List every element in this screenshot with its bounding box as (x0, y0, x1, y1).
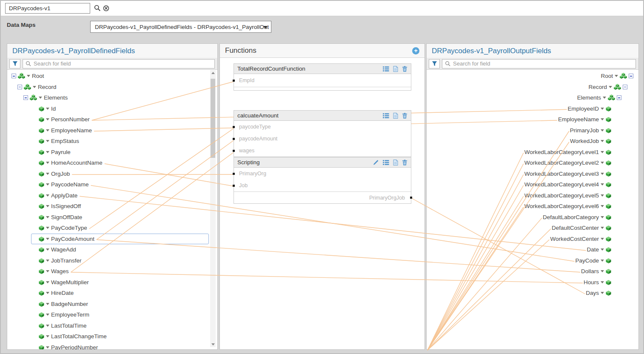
caret-down-icon[interactable] (601, 216, 604, 218)
tree-item-PayCodeAmount[interactable]: PayCodeAmount (7, 234, 217, 245)
delete-icon[interactable] (402, 113, 407, 119)
copy-icon[interactable] (393, 66, 398, 72)
tree-item-Date[interactable]: Date (427, 244, 638, 255)
caret-down-icon[interactable] (39, 97, 42, 99)
caret-down-icon[interactable] (46, 108, 49, 110)
input-port-EmpId[interactable]: EmpId (234, 74, 411, 87)
caret-down-icon[interactable] (601, 173, 604, 175)
tree-item-WorkedJob[interactable]: WorkedJob (427, 136, 638, 147)
edit-icon[interactable] (373, 160, 379, 165)
collapse-toggle-icon[interactable] (629, 74, 633, 78)
caret-down-icon[interactable] (46, 303, 49, 305)
collapse-toggle-icon[interactable] (17, 85, 22, 89)
caret-down-icon[interactable] (601, 183, 604, 186)
tree-item-WageAdd[interactable]: WageAdd (7, 244, 217, 255)
tree-item-HomeAccountName[interactable]: HomeAccountName (7, 157, 217, 168)
caret-down-icon[interactable] (601, 248, 604, 251)
filter-icon[interactable] (9, 59, 20, 69)
tree-item-LastTotalTime[interactable]: LastTotalTime (7, 320, 217, 331)
input-port-wages[interactable]: wages (234, 145, 411, 157)
caret-down-icon[interactable] (46, 248, 49, 251)
add-function-icon[interactable]: + (412, 47, 419, 54)
tree-item-Id[interactable]: Id (7, 103, 217, 114)
source-field-search-input[interactable] (34, 60, 212, 67)
tree-item-PayCodeType[interactable]: PayCodeType (7, 223, 217, 234)
caret-down-icon[interactable] (46, 194, 49, 197)
collapse-toggle-icon[interactable] (623, 85, 627, 89)
caret-down-icon[interactable] (46, 260, 49, 262)
tree-item-WorkedLaborCategoryLevel2[interactable]: WorkedLaborCategoryLevel2 (427, 157, 638, 168)
scroll-up-icon[interactable] (210, 70, 216, 76)
caret-down-icon[interactable] (46, 281, 49, 283)
list-icon[interactable] (383, 113, 389, 118)
tree-item-Record[interactable]: Record (427, 82, 638, 93)
search-icon[interactable] (94, 5, 101, 13)
caret-down-icon[interactable] (603, 97, 606, 99)
output-port-PrimaryOrgJob[interactable]: PrimaryOrgJob (234, 191, 411, 203)
caret-down-icon[interactable] (601, 140, 604, 142)
tree-item-WorkedLaborCategoryLevel1[interactable]: WorkedLaborCategoryLevel1 (427, 147, 638, 158)
scroll-down-icon[interactable] (210, 342, 216, 347)
list-icon[interactable] (383, 66, 389, 71)
caret-down-icon[interactable] (46, 140, 49, 142)
input-port-PrimaryOrg[interactable]: PrimaryOrg (234, 168, 411, 180)
tree-item-EmployeeTerm[interactable]: EmployeeTerm (7, 309, 217, 320)
caret-down-icon[interactable] (27, 75, 30, 77)
tree-item-WorkedLaborCategoryLevel3[interactable]: WorkedLaborCategoryLevel3 (427, 168, 638, 180)
copy-icon[interactable] (393, 160, 398, 166)
input-port-Job[interactable]: Job (234, 180, 411, 191)
tree-item-LastTotalChangeTime[interactable]: LastTotalChangeTime (7, 331, 217, 342)
caret-down-icon[interactable] (601, 129, 604, 131)
tree-item-Hours[interactable]: Hours (427, 277, 638, 288)
tree-item-Wages[interactable]: Wages (7, 266, 217, 277)
tree-item-PayPeriodNumber[interactable]: PayPeriodNumber (7, 342, 217, 350)
caret-down-icon[interactable] (46, 118, 49, 120)
caret-down-icon[interactable] (46, 335, 49, 337)
tree-item-EmpStatus[interactable]: EmpStatus (7, 136, 217, 147)
data-map-select[interactable]: DRPaycodes-v1_PayrollDefinedFields - DRP… (90, 21, 271, 33)
function-card-header[interactable]: TotalRecordCountFunction (234, 64, 411, 74)
clear-search-icon[interactable] (103, 5, 110, 14)
tree-item-DefaultLaborCategory[interactable]: DefaultLaborCategory (427, 212, 638, 223)
tree-item-EmployeeName[interactable]: EmployeeName (427, 114, 638, 125)
tree-item-Record[interactable]: Record (7, 82, 217, 93)
tree-item-OrgJob[interactable]: OrgJob (7, 168, 217, 180)
tree-item-JobTransfer[interactable]: JobTransfer (7, 255, 217, 266)
tree-item-BadgeNumber[interactable]: BadgeNumber (7, 299, 217, 310)
copy-icon[interactable] (393, 113, 398, 119)
caret-down-icon[interactable] (601, 227, 604, 229)
caret-down-icon[interactable] (46, 227, 49, 229)
filter-icon[interactable] (429, 59, 440, 69)
tree-item-ApplyDate[interactable]: ApplyDate (7, 190, 217, 201)
caret-down-icon[interactable] (46, 205, 49, 207)
tree-item-SignOffDate[interactable]: SignOffDate (7, 212, 217, 223)
tree-item-WorkedLaborCategoryLevel5[interactable]: WorkedLaborCategoryLevel5 (427, 190, 638, 201)
list-icon[interactable] (383, 160, 389, 165)
caret-down-icon[interactable] (46, 216, 49, 218)
tree-item-Elements[interactable]: Elements (427, 92, 638, 103)
tree-item-Root[interactable]: Root (427, 71, 638, 82)
tree-item-Dollars[interactable]: Dollars (427, 266, 638, 277)
caret-down-icon[interactable] (601, 238, 604, 240)
input-port-paycodeAmount[interactable]: paycodeAmount (234, 133, 411, 145)
tree-item-WorkedCostCenter[interactable]: WorkedCostCenter (427, 234, 638, 245)
caret-down-icon[interactable] (33, 86, 36, 88)
caret-down-icon[interactable] (46, 314, 49, 316)
caret-down-icon[interactable] (46, 129, 49, 131)
caret-down-icon[interactable] (46, 173, 49, 175)
function-card-header[interactable]: Scripting (234, 157, 411, 168)
tree-item-Days[interactable]: Days (427, 288, 638, 299)
caret-down-icon[interactable] (46, 238, 49, 240)
tree-item-EmployeeID[interactable]: EmployeeID (427, 103, 638, 114)
tree-item-PaycodeName[interactable]: PaycodeName (7, 179, 217, 190)
delete-icon[interactable] (402, 66, 407, 72)
tree-item-WorkedLaborCategoryLevel4[interactable]: WorkedLaborCategoryLevel4 (427, 179, 638, 190)
source-tree-scrollbar[interactable] (210, 70, 216, 347)
tree-item-Elements[interactable]: Elements (7, 92, 217, 103)
caret-down-icon[interactable] (601, 270, 604, 272)
caret-down-icon[interactable] (615, 75, 618, 77)
caret-down-icon[interactable] (601, 108, 604, 110)
tree-item-WorkedLaborCategoryLevel6[interactable]: WorkedLaborCategoryLevel6 (427, 201, 638, 212)
collapse-toggle-icon[interactable] (23, 95, 28, 100)
tree-item-Payrule[interactable]: Payrule (7, 147, 217, 158)
